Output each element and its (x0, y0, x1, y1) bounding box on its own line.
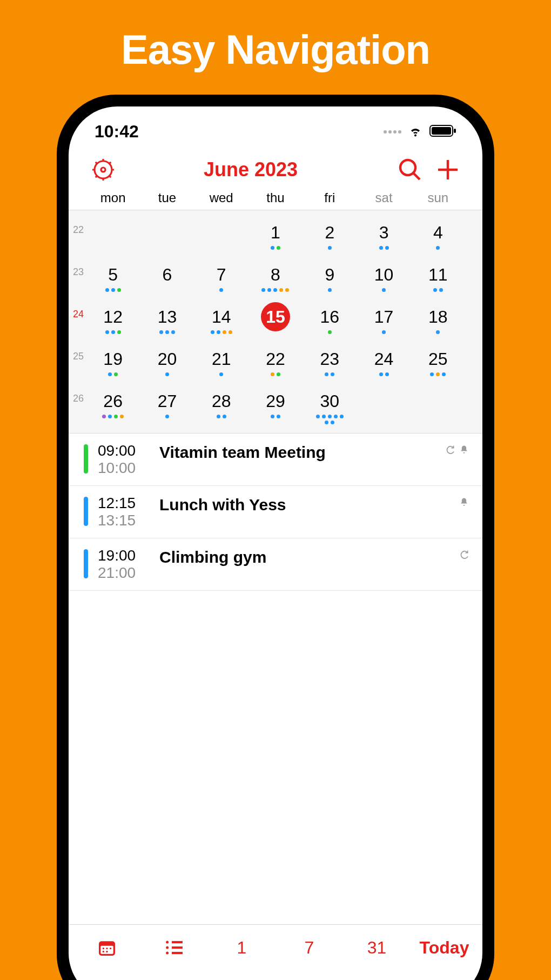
status-time: 10:42 (95, 122, 139, 142)
day-cell[interactable]: 16 (303, 302, 357, 336)
svg-point-13 (110, 948, 111, 949)
day-cell[interactable]: 14 (194, 302, 248, 336)
day-number: 12 (98, 302, 127, 331)
add-icon[interactable] (435, 157, 461, 183)
event-start-time: 12:15 (98, 495, 154, 512)
day-number: 17 (369, 302, 399, 331)
nav-bar: June 2023 (69, 147, 482, 190)
event-dots (313, 246, 346, 251)
svg-rect-2 (454, 129, 456, 133)
day-cell[interactable]: 21 (194, 344, 248, 378)
day-cell[interactable]: 29 (248, 386, 303, 420)
event-end-time: 21:00 (98, 564, 154, 582)
tab-month-view[interactable]: 31 (343, 938, 411, 958)
day-cell[interactable]: 9 (303, 260, 357, 294)
day-cell[interactable]: 1 (248, 218, 303, 251)
event-color-bar (84, 497, 88, 526)
weekday-label: sun (411, 190, 465, 205)
event-end-time: 10:00 (98, 459, 154, 477)
day-cell[interactable]: 18 (411, 302, 465, 336)
event-title: Lunch with Yess (159, 495, 432, 514)
wifi-icon (407, 122, 424, 142)
event-row[interactable]: 12:1513:15Lunch with Yess (69, 486, 482, 538)
svg-point-14 (102, 951, 104, 952)
day-cell[interactable]: 3 (357, 218, 411, 251)
event-title: Vitamin team Meeting (159, 442, 432, 462)
day-number: 28 (207, 386, 236, 416)
battery-icon (429, 122, 456, 142)
weekday-label: fri (303, 190, 357, 205)
event-dots (205, 372, 238, 378)
day-cell[interactable]: 12 (86, 302, 140, 336)
day-number: 22 (261, 344, 290, 374)
event-dots (422, 372, 454, 378)
gear-icon[interactable] (90, 157, 116, 183)
event-dots (313, 415, 346, 424)
tab-calendar-icon[interactable] (73, 937, 140, 958)
day-number: 25 (424, 344, 453, 374)
day-number: 4 (424, 218, 453, 247)
svg-line-6 (414, 174, 420, 179)
event-dots (368, 330, 400, 336)
day-cell[interactable]: 15 (248, 302, 303, 336)
day-cell[interactable]: 6 (140, 260, 194, 294)
repeat-icon (445, 444, 455, 455)
day-cell[interactable]: 23 (303, 344, 357, 378)
day-number: 14 (207, 302, 236, 331)
tab-week-view[interactable]: 7 (276, 938, 343, 958)
tab-day-view[interactable]: 1 (208, 938, 276, 958)
day-number: 24 (369, 344, 399, 374)
day-cell[interactable]: 4 (411, 218, 465, 251)
svg-point-4 (101, 168, 105, 172)
svg-point-20 (166, 952, 169, 955)
day-cell[interactable]: 24 (357, 344, 411, 378)
repeat-icon (459, 549, 469, 560)
event-start-time: 09:00 (98, 442, 154, 459)
svg-point-11 (102, 948, 104, 949)
event-color-bar (84, 549, 88, 578)
day-cell[interactable]: 22 (248, 344, 303, 378)
svg-rect-10 (100, 946, 113, 954)
weekday-label: tue (140, 190, 194, 205)
day-cell[interactable]: 26 (86, 386, 140, 420)
nav-title[interactable]: June 2023 (116, 158, 385, 181)
tab-today[interactable]: Today (411, 938, 478, 958)
day-cell[interactable]: 10 (357, 260, 411, 294)
day-number: 19 (98, 344, 127, 374)
day-number: 10 (369, 260, 399, 289)
day-cell[interactable]: 11 (411, 260, 465, 294)
day-cell[interactable]: 28 (194, 386, 248, 420)
day-cell[interactable]: 7 (194, 260, 248, 294)
day-cell[interactable]: 27 (140, 386, 194, 420)
day-cell[interactable]: 19 (86, 344, 140, 378)
day-cell[interactable]: 30 (303, 386, 357, 424)
event-row[interactable]: 09:0010:00Vitamin team Meeting (69, 434, 482, 486)
tab-list-icon[interactable] (140, 937, 208, 958)
event-color-bar (84, 444, 88, 474)
day-cell[interactable]: 5 (86, 260, 140, 294)
week-row: 2519202122232425 (69, 342, 482, 384)
weekday-label: sat (357, 190, 411, 205)
day-cell[interactable]: 20 (140, 344, 194, 378)
day-number: 2 (315, 218, 344, 247)
event-indicator-icons (437, 495, 469, 508)
event-times: 19:0021:00 (98, 547, 154, 582)
day-cell[interactable]: 8 (248, 260, 303, 294)
search-icon[interactable] (397, 157, 423, 183)
day-number: 21 (207, 344, 236, 374)
day-number: 23 (315, 344, 344, 374)
event-end-time: 13:15 (98, 512, 154, 529)
bell-icon (459, 497, 469, 508)
week-number: 25 (69, 344, 86, 362)
event-dots (205, 288, 238, 294)
day-cell[interactable]: 13 (140, 302, 194, 336)
week-number: 24 (69, 302, 86, 320)
day-cell[interactable]: 2 (303, 218, 357, 251)
event-row[interactable]: 19:0021:00Climbing gym (69, 538, 482, 591)
day-cell[interactable]: 17 (357, 302, 411, 336)
event-dots (422, 330, 454, 336)
day-cell[interactable]: 25 (411, 344, 465, 378)
day-number: 26 (98, 386, 127, 416)
day-number: 16 (315, 302, 344, 331)
svg-rect-1 (432, 127, 451, 135)
